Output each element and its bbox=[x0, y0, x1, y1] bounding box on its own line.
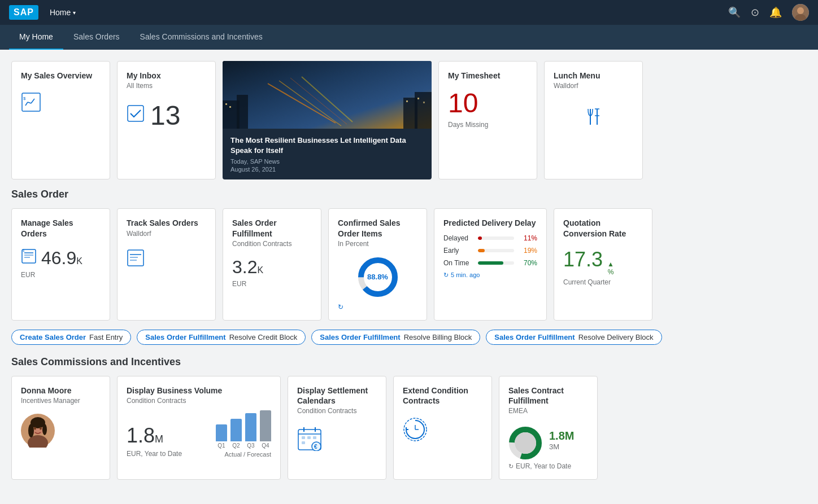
svg-point-62 bbox=[515, 432, 536, 454]
bar-q3-bar bbox=[245, 413, 256, 441]
fulfillment-value: 3.2K bbox=[232, 257, 312, 278]
donut-refresh-icon[interactable]: ↻ bbox=[338, 302, 417, 311]
nav-sales-orders[interactable]: Sales Orders bbox=[63, 25, 130, 50]
timesheet-value: 10 bbox=[448, 87, 528, 119]
my-timesheet-card[interactable]: My Timesheet 10 Days Missing bbox=[438, 61, 537, 179]
manage-sales-orders-card[interactable]: Manage Sales Orders $ 46.9K EUR bbox=[11, 208, 110, 320]
bar-chart: Q1 Q2 Q3 Q4 bbox=[216, 410, 271, 458]
svg-point-45 bbox=[34, 427, 36, 430]
bar-q4: Q4 bbox=[260, 410, 271, 449]
inbox-value-container: 13 bbox=[127, 100, 206, 131]
fulfillment-values: 1.8M 3M bbox=[549, 430, 574, 451]
card-title: Sales Order Fulfillment bbox=[232, 218, 312, 238]
avatar[interactable] bbox=[792, 4, 809, 21]
extend-condition-contracts-card[interactable]: Extend Condition Contracts bbox=[393, 376, 492, 480]
fulfillment-content: 1.8M 3M bbox=[508, 420, 588, 460]
card-title: Sales Contract Fulfillment bbox=[508, 385, 588, 406]
svg-line-7 bbox=[31, 99, 34, 103]
manage-value-row: $ 46.9K bbox=[21, 248, 101, 269]
card-title: Manage Sales Orders bbox=[21, 218, 101, 238]
delay-bar-delayed bbox=[478, 236, 482, 240]
svg-rect-18 bbox=[415, 92, 432, 129]
sales-order-cards-grid: Manage Sales Orders $ 46.9K EUR bbox=[11, 208, 807, 320]
delay-bar-wrap bbox=[478, 236, 514, 240]
svg-rect-23 bbox=[423, 102, 425, 103]
svg-rect-19 bbox=[225, 103, 227, 105]
settings-icon[interactable]: ⊙ bbox=[751, 6, 759, 19]
news-image bbox=[223, 61, 432, 129]
card-title: Predicted Delivery Delay bbox=[443, 218, 537, 228]
news-headline: The Most Resilient Businesses Let Intell… bbox=[230, 135, 424, 156]
card-title: Extend Condition Contracts bbox=[403, 385, 482, 406]
commissions-cards-grid: Donna Moore Incentives Manager bbox=[11, 376, 807, 480]
predicted-delivery-delay-card[interactable]: Predicted Delivery Delay Delayed 11% Ear… bbox=[434, 208, 547, 320]
sales-overview-icon: $ bbox=[21, 92, 101, 116]
secondary-navigation: My Home Sales Orders Sales Commissions a… bbox=[0, 25, 818, 50]
svg-line-6 bbox=[28, 102, 31, 103]
card-title: Quotation Conversion Rate bbox=[563, 218, 643, 238]
card-subtitle: Condition Contracts bbox=[232, 240, 312, 248]
delay-bar-ontime bbox=[478, 261, 503, 265]
card-subtitle: EMEA bbox=[508, 407, 588, 415]
card-subtitle: Walldorf bbox=[127, 230, 206, 238]
quick-link-resolve-billing[interactable]: Sales Order Fulfillment Resolve Billing … bbox=[311, 330, 480, 345]
quotation-conversion-rate-card[interactable]: Quotation Conversion Rate 17.3 ▲ % Curre… bbox=[554, 208, 652, 320]
donna-moore-card[interactable]: Donna Moore Incentives Manager bbox=[11, 376, 110, 480]
quick-link-app: Sales Order Fulfillment bbox=[494, 333, 575, 341]
svg-rect-22 bbox=[417, 98, 419, 99]
refresh-icon: ↻ bbox=[443, 271, 449, 279]
extend-icon bbox=[403, 417, 482, 444]
refresh-small-icon: ↻ bbox=[508, 463, 514, 470]
svg-rect-21 bbox=[406, 100, 408, 102]
my-sales-overview-card[interactable]: My Sales Overview $ bbox=[11, 61, 110, 179]
card-subtitle: Walldorf bbox=[554, 82, 633, 90]
lunch-menu-card[interactable]: Lunch Menu Walldorf bbox=[544, 61, 643, 179]
nav-sales-commissions[interactable]: Sales Commissions and Incentives bbox=[130, 25, 273, 50]
svg-point-3 bbox=[798, 7, 803, 13]
svg-rect-51 bbox=[302, 436, 305, 439]
delay-row-ontime: On Time 70% bbox=[443, 259, 537, 267]
bar-chart-bars: Q1 Q2 Q3 Q4 bbox=[216, 415, 271, 449]
display-business-volume-card[interactable]: Display Business Volume Condition Contra… bbox=[117, 376, 281, 480]
up-arrow-icon: ▲ bbox=[607, 260, 614, 268]
biz-vol-values: 1.8M EUR, Year to Date bbox=[127, 417, 182, 458]
search-icon[interactable]: 🔍 bbox=[728, 6, 741, 19]
quotation-value: 17.3 ▲ % bbox=[563, 248, 643, 276]
bar-q1-bar bbox=[216, 424, 227, 441]
nav-my-home[interactable]: My Home bbox=[9, 25, 63, 50]
svg-point-43 bbox=[28, 424, 34, 437]
quick-link-app: Create Sales Order bbox=[20, 333, 86, 341]
quick-link-action: Resolve Delivery Block bbox=[578, 333, 654, 341]
news-content: The Most Resilient Businesses Let Intell… bbox=[223, 129, 432, 179]
quick-link-action: Resolve Credit Block bbox=[229, 333, 298, 341]
biz-vol-sub: EUR, Year to Date bbox=[127, 450, 182, 458]
delay-footer: ↻ 5 min. ago bbox=[443, 271, 537, 279]
calendar-icon: € bbox=[297, 426, 377, 453]
delay-row-delayed: Delayed 11% bbox=[443, 234, 537, 242]
quick-link-create-sales-order[interactable]: Create Sales Order Fast Entry bbox=[11, 330, 131, 345]
quick-link-resolve-delivery[interactable]: Sales Order Fulfillment Resolve Delivery… bbox=[486, 330, 662, 345]
sales-order-fulfillment-card[interactable]: Sales Order Fulfillment Condition Contra… bbox=[223, 208, 321, 320]
sales-order-section-title: Sales Order bbox=[11, 189, 807, 200]
confirmed-sales-order-items-card[interactable]: Confirmed Sales Order Items In Percent 8… bbox=[328, 208, 427, 320]
track-sales-orders-card[interactable]: Track Sales Orders Walldorf bbox=[117, 208, 216, 320]
news-card[interactable]: The Most Resilient Businesses Let Intell… bbox=[223, 61, 432, 179]
home-button[interactable]: Home ▾ bbox=[50, 8, 76, 17]
delay-rows: Delayed 11% Early 19% On Time bbox=[443, 234, 537, 267]
chevron-down-icon: ▾ bbox=[73, 10, 76, 16]
fulfillment-footer: ↻ EUR, Year to Date bbox=[508, 462, 588, 470]
svg-rect-54 bbox=[302, 441, 305, 444]
bar-q4-bar bbox=[260, 410, 271, 441]
my-inbox-card[interactable]: My Inbox All Items 13 bbox=[117, 61, 216, 179]
svg-point-46 bbox=[40, 427, 42, 430]
sales-contract-fulfillment-card[interactable]: Sales Contract Fulfillment EMEA 1.8M 3M … bbox=[499, 376, 598, 480]
card-title: Display Business Volume bbox=[127, 385, 271, 396]
bar-q2: Q2 bbox=[230, 419, 242, 449]
card-subtitle: All Items bbox=[127, 82, 206, 90]
quick-link-resolve-credit[interactable]: Sales Order Fulfillment Resolve Credit B… bbox=[137, 330, 306, 345]
svg-text:$: $ bbox=[23, 96, 26, 101]
quick-link-action: Fast Entry bbox=[89, 333, 123, 341]
notifications-icon[interactable]: 🔔 bbox=[769, 6, 782, 19]
display-settlement-calendars-card[interactable]: Display Settlement Calendars Condition C… bbox=[288, 376, 386, 480]
card-title: My Sales Overview bbox=[21, 71, 101, 81]
